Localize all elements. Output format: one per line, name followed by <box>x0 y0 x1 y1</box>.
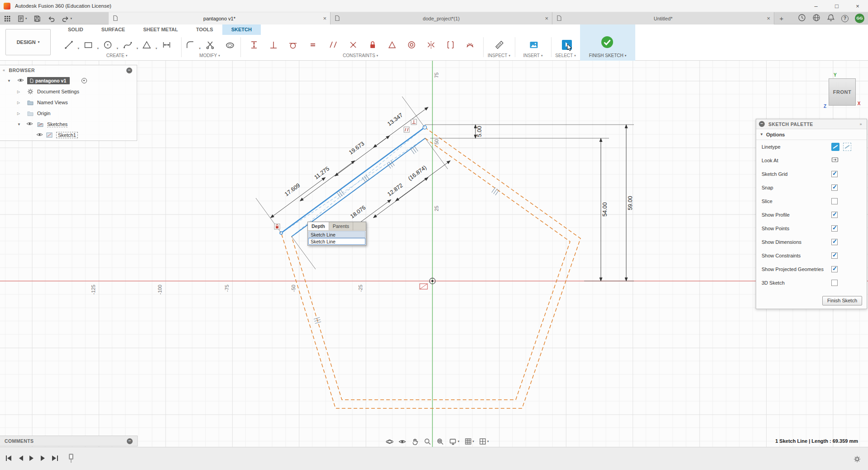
tree-closed-icon[interactable]: ▷ <box>17 101 20 105</box>
equal-constraint-button[interactable] <box>306 38 320 52</box>
tab-close-icon[interactable]: × <box>767 15 770 22</box>
dimension-label[interactable]: 5.00 <box>476 126 483 137</box>
trim-tool-button[interactable] <box>204 38 217 52</box>
linetype-construction-icon[interactable] <box>831 143 839 151</box>
concentric-constraint-button[interactable] <box>405 38 418 52</box>
ribbon-tab-sketch[interactable]: SKETCH <box>222 24 261 35</box>
3d-sketch-checkbox[interactable]: ✓ <box>831 280 838 286</box>
tree-open-icon[interactable]: ▼ <box>7 79 11 83</box>
show-profile-checkbox[interactable]: ✓ <box>831 212 838 218</box>
dimension-label[interactable]: 54.00 <box>602 202 608 216</box>
slice-checkbox[interactable]: ✓ <box>831 198 838 204</box>
viewcube[interactable]: FRONT Y X Z <box>829 78 856 106</box>
ribbon-tab-solid[interactable]: SOLID <box>59 24 92 35</box>
user-avatar[interactable]: GG <box>855 14 864 23</box>
spline-tool-button[interactable]: ▾ <box>121 38 134 52</box>
finish-sketch-label[interactable]: FINISH SKETCH ▾ <box>589 53 627 58</box>
maximize-button[interactable]: □ <box>826 0 847 12</box>
skip-to-start-button[interactable] <box>5 455 12 463</box>
tree-closed-icon[interactable]: ▷ <box>17 90 20 94</box>
comments-panel[interactable]: COMMENTS − <box>0 436 138 446</box>
symmetry-constraint-button[interactable] <box>424 38 438 52</box>
tangent-constraint-button[interactable] <box>286 38 300 52</box>
rectangle-tool-button[interactable]: ▾ <box>82 38 95 52</box>
finish-sketch-palette-button[interactable]: Finish Sketch <box>822 296 862 305</box>
tab-close-icon[interactable]: × <box>323 15 326 22</box>
document-tab-1[interactable]: pantagono v1* × <box>109 12 331 24</box>
expand-panel-icon[interactable]: » <box>860 122 862 126</box>
viewports-icon[interactable]: ▾ <box>479 438 489 445</box>
linetype-centerline-icon[interactable] <box>843 143 851 151</box>
show-dimensions-checkbox[interactable]: ✓ <box>831 239 838 245</box>
workspace-selector[interactable]: DESIGN ▾ <box>5 29 51 55</box>
browser-row-origin[interactable]: ▷ Origin <box>0 108 137 119</box>
close-button[interactable]: × <box>847 0 868 12</box>
inspect-group-label[interactable]: INSPECT ▾ <box>488 53 510 58</box>
create-group-label[interactable]: CREATE ▾ <box>106 53 127 58</box>
ribbon-tab-tools[interactable]: TOOLS <box>187 24 222 35</box>
line-tool-button[interactable]: ▾ <box>62 38 76 52</box>
constraints-group-label[interactable]: CONSTRAINTS ▾ <box>343 53 378 58</box>
popup-tab-depth[interactable]: Depth <box>308 222 329 230</box>
modify-group-label[interactable]: MODIFY ▾ <box>199 53 220 58</box>
pan-icon[interactable] <box>411 438 419 446</box>
browser-row-sketches[interactable]: ▼ Sketches <box>0 119 137 130</box>
fit-icon[interactable] <box>436 438 444 446</box>
sketch-dimension-button[interactable] <box>247 38 261 52</box>
minimize-button[interactable]: – <box>806 0 826 12</box>
browser-root-row[interactable]: ▼ pantagono v1 <box>0 75 137 86</box>
offset-tool-button[interactable] <box>223 38 237 52</box>
midpoint-constraint-button[interactable] <box>385 38 399 52</box>
snap-checkbox[interactable]: ✓ <box>831 184 838 191</box>
constraint-badge-perpendicular[interactable] <box>411 119 417 125</box>
file-menu-icon[interactable]: ▾ <box>17 15 27 22</box>
play-button[interactable] <box>29 455 35 463</box>
new-tab-button[interactable]: + <box>777 14 786 23</box>
viewcube-face-label[interactable]: FRONT <box>833 89 851 95</box>
dimension-label[interactable]: 59.00 <box>627 196 633 210</box>
history-clock-icon[interactable] <box>798 14 806 24</box>
browser-row-document-settings[interactable]: ▷ Document Settings <box>0 86 137 97</box>
coincident-constraint-button[interactable] <box>346 38 360 52</box>
collapse-panel-icon[interactable]: « <box>3 68 5 73</box>
tree-closed-icon[interactable]: ▷ <box>17 111 20 116</box>
look-at-icon[interactable] <box>831 157 839 164</box>
circle-tool-button[interactable]: ▾ <box>101 38 115 52</box>
ribbon-tab-surface[interactable]: SURFACE <box>92 24 134 35</box>
curvature-constraint-button[interactable] <box>463 38 477 52</box>
orbit-icon[interactable] <box>386 438 393 446</box>
constraint-badge-parallel[interactable] <box>404 127 409 132</box>
step-back-button[interactable] <box>18 455 24 463</box>
apps-grid-icon[interactable] <box>4 15 11 22</box>
redo-icon[interactable]: ▾ <box>62 15 72 22</box>
panel-minimize-icon[interactable]: − <box>126 68 132 73</box>
skip-to-end-button[interactable] <box>52 455 58 463</box>
dimension-tool-button[interactable] <box>160 38 173 52</box>
notifications-bell-icon[interactable] <box>827 14 835 24</box>
visibility-eye-icon[interactable] <box>36 132 43 138</box>
timeline-settings-gear-icon[interactable] <box>854 455 861 465</box>
browser-row-named-views[interactable]: ▷ Named Views <box>0 97 137 108</box>
show-projected-geometries-checkbox[interactable]: ✓ <box>831 266 838 272</box>
measure-tool-button[interactable] <box>493 38 506 52</box>
step-forward-button[interactable] <box>40 455 46 463</box>
document-tab-2[interactable]: dode_project*(1) × <box>331 12 552 24</box>
web-globe-icon[interactable] <box>812 14 820 24</box>
polygon-tool-button[interactable]: ▾ <box>140 38 153 52</box>
perpendicular-constraint-button[interactable] <box>267 38 280 52</box>
finish-sketch-button[interactable] <box>600 35 614 51</box>
document-root-badge[interactable]: pantagono v1 <box>27 77 70 84</box>
tab-close-icon[interactable]: × <box>545 15 548 22</box>
insert-group-label[interactable]: INSERT ▾ <box>523 53 542 58</box>
document-tab-3[interactable]: Untitled* × <box>552 12 774 24</box>
popup-item-sketch-line-1[interactable]: Sketch Line <box>308 231 365 238</box>
popup-item-sketch-line-2[interactable]: Sketch Line <box>308 238 365 245</box>
visibility-eye-icon[interactable] <box>26 121 33 127</box>
show-points-checkbox[interactable]: ✓ <box>831 225 838 232</box>
activate-component-icon[interactable] <box>82 78 87 83</box>
insert-image-button[interactable] <box>527 38 541 52</box>
save-icon[interactable] <box>34 15 41 22</box>
sketch-grid-checkbox[interactable]: ✓ <box>831 171 838 177</box>
collinear-constraint-button[interactable] <box>444 38 457 52</box>
select-group-label[interactable]: SELECT ▾ <box>555 53 575 58</box>
